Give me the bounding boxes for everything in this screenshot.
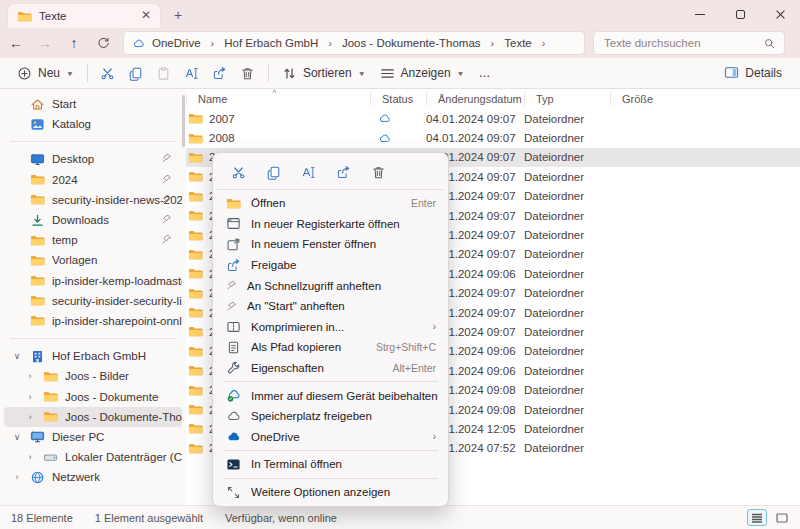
- sort-button[interactable]: Sortieren ▼: [275, 62, 373, 85]
- breadcrumb-item-texte[interactable]: Texte: [499, 35, 537, 51]
- sidebar-item-2024[interactable]: 2024: [4, 170, 182, 190]
- menu-item-immer-auf-diesem-gerät-beibehalten[interactable]: Immer auf diesem Gerät beibehalten: [217, 385, 444, 406]
- menu-item-an-start-anheften[interactable]: An "Start" anheften: [217, 296, 444, 317]
- sidebar-item-lokaler-datenträger-c[interactable]: ›Lokaler Datenträger (C:): [4, 447, 182, 467]
- sidebar-item-security-insider-news-2024[interactable]: security-insider-news-2024: [4, 190, 182, 210]
- back-button[interactable]: ←: [3, 31, 29, 55]
- menu-item-speicherplatz-freigeben[interactable]: Speicherplatz freigeben: [217, 406, 444, 427]
- sidebar-item-desktop[interactable]: Desktop: [4, 149, 182, 169]
- menu-item-in-neuer-registerkarte-öffnen[interactable]: In neuer Registerkarte öffnen: [217, 214, 444, 235]
- refresh-button[interactable]: [90, 31, 116, 55]
- menu-item-eigenschaften[interactable]: EigenschaftenAlt+Enter: [217, 358, 444, 379]
- close-button[interactable]: [760, 0, 800, 28]
- breadcrumb[interactable]: OneDrive›Hof Erbach GmbH›Joos - Dokument…: [123, 31, 585, 55]
- chevron-right-icon[interactable]: ›: [25, 412, 35, 422]
- sidebar-item-joos-dokumente[interactable]: ›Joos - Dokumente: [4, 386, 182, 406]
- maximize-button[interactable]: [720, 0, 760, 28]
- forward-button[interactable]: →: [32, 31, 58, 55]
- chevron-right-icon[interactable]: ›: [325, 37, 335, 49]
- file-row-2008[interactable]: 200804.01.2024 09:07Dateiordner: [186, 128, 800, 147]
- column-header-änderungsdatum[interactable]: Änderungsdatum: [426, 92, 524, 106]
- delete-button[interactable]: [365, 161, 391, 183]
- chevron-right-icon[interactable]: ›: [25, 392, 35, 402]
- menu-item-als-pfad-kopieren[interactable]: Als Pfad kopierenStrg+Shift+C: [217, 337, 444, 358]
- chevron-right-icon[interactable]: ›: [25, 452, 35, 462]
- menu-divider: [223, 381, 438, 382]
- column-header-name[interactable]: Name: [186, 92, 370, 106]
- sidebar-item-katalog[interactable]: Katalog: [4, 114, 182, 134]
- menu-item-komprimieren-in[interactable]: Komprimieren in...›: [217, 317, 444, 338]
- rename-button[interactable]: [295, 161, 321, 183]
- breadcrumb-item-joos-dokumente-thomas[interactable]: Joos - Dokumente-Thomas: [337, 35, 486, 51]
- menu-item-weitere-optionen-anzeigen[interactable]: Weitere Optionen anzeigen: [217, 482, 444, 503]
- chevron-down-icon[interactable]: ∨: [12, 432, 22, 442]
- column-header-größe[interactable]: Größe: [610, 92, 666, 106]
- sidebar-item-netzwerk[interactable]: ›Netzwerk: [4, 467, 182, 487]
- chevron-down-icon[interactable]: ∨: [12, 351, 22, 361]
- new-button[interactable]: Neu ▼: [10, 62, 81, 85]
- details-pane-button[interactable]: Details: [718, 61, 788, 84]
- tab-close-icon[interactable]: ✕: [138, 8, 154, 24]
- delete-button[interactable]: [234, 61, 262, 85]
- menu-item-freigabe[interactable]: Freigabe: [217, 255, 444, 276]
- cut-button[interactable]: [225, 161, 251, 183]
- folder-icon: [17, 9, 32, 24]
- cut-button[interactable]: [94, 61, 122, 85]
- folder-icon: [188, 169, 203, 184]
- chevron-right-icon[interactable]: ›: [488, 37, 498, 49]
- up-button[interactable]: ↑: [61, 31, 87, 55]
- menu-item-label: Als Pfad kopieren: [251, 341, 366, 353]
- rename-button[interactable]: [178, 61, 206, 85]
- sidebar-item-vorlagen[interactable]: Vorlagen: [4, 250, 182, 270]
- sidebar-item-dieser-pc[interactable]: ∨Dieser PC: [4, 427, 182, 447]
- menu-item-onedrive[interactable]: OneDrive›: [217, 427, 444, 448]
- context-menu: ÖffnenEnterIn neuer Registerkarte öffnen…: [212, 152, 449, 507]
- sidebar-item-start[interactable]: Start: [4, 94, 182, 114]
- sidebar-item-ip-insider-sharepoint-onnline[interactable]: ip-insider-sharepoint-onnline: [4, 311, 182, 331]
- sidebar-item-joos-bilder[interactable]: ›Joos - Bilder: [4, 366, 182, 386]
- copy-button[interactable]: [260, 161, 286, 183]
- menu-item-an-schnellzugriff-anheften[interactable]: An Schnellzugriff anheften: [217, 275, 444, 296]
- search-box[interactable]: [593, 31, 785, 55]
- menu-item-in-terminal-öffnen[interactable]: In Terminal öffnen: [217, 454, 444, 475]
- paste-button[interactable]: [150, 61, 178, 85]
- sidebar-item-label: Joos - Dokumente-Thomas: [65, 411, 182, 423]
- chevron-right-icon[interactable]: ›: [12, 472, 22, 482]
- breadcrumb-item-hof-erbach-gmbh[interactable]: Hof Erbach GmbH: [219, 35, 323, 51]
- sidebar-item-downloads[interactable]: Downloads: [4, 210, 182, 230]
- chevron-right-icon[interactable]: ›: [539, 37, 549, 49]
- chevron-right-icon[interactable]: ›: [25, 371, 35, 381]
- tab-texte[interactable]: Texte ✕: [8, 4, 160, 28]
- breadcrumb-item-onedrive[interactable]: OneDrive: [147, 35, 206, 51]
- minimize-button[interactable]: [680, 0, 720, 28]
- more-button[interactable]: …: [472, 62, 498, 84]
- share-button[interactable]: [206, 61, 234, 85]
- sidebar-item-temp[interactable]: temp: [4, 230, 182, 250]
- share-button[interactable]: [330, 161, 356, 183]
- sidebar-item-joos-dokumente-thomas[interactable]: ›Joos - Dokumente-Thomas: [4, 407, 182, 427]
- new-button-label: Neu: [38, 66, 60, 80]
- sidebar-item-hof-erbach-gmbh[interactable]: ∨Hof Erbach GmbH: [4, 346, 182, 366]
- folder-icon: [188, 421, 203, 436]
- chevron-right-icon[interactable]: ›: [208, 37, 218, 49]
- icons-view-toggle[interactable]: [772, 509, 792, 526]
- file-row-2007[interactable]: 200704.01.2024 09:07Dateiordner: [186, 109, 800, 128]
- folder-icon: [30, 273, 45, 288]
- menu-item-öffnen[interactable]: ÖffnenEnter: [217, 193, 444, 214]
- view-button[interactable]: Anzeigen ▼: [373, 62, 472, 85]
- toolbar-divider: [268, 64, 269, 82]
- search-input[interactable]: [602, 36, 763, 50]
- menu-item-in-neuem-fenster-öffnen[interactable]: In neuem Fenster öffnen: [217, 234, 444, 255]
- pin-icon: [161, 194, 172, 207]
- new-tab-button[interactable]: +: [168, 6, 188, 26]
- sidebar-item-security-insider-security-liste-synology-na[interactable]: security-insider-security-liste-synology…: [4, 291, 182, 311]
- folder-icon: [30, 192, 45, 207]
- sidebar-scrollbar[interactable]: [182, 95, 185, 147]
- sidebar-item-ip-insider-kemp-loadmaster-free[interactable]: ip-insider-kemp-loadmaster-free: [4, 271, 182, 291]
- copy-button[interactable]: [122, 61, 150, 85]
- details-view-toggle[interactable]: [747, 509, 767, 526]
- availability-status: Verfügbar, wenn online: [225, 512, 337, 524]
- column-header-status[interactable]: Status: [370, 92, 426, 106]
- sidebar-item-label: ip-insider-kemp-loadmaster-free: [52, 275, 182, 287]
- column-header-typ[interactable]: Typ: [524, 92, 610, 106]
